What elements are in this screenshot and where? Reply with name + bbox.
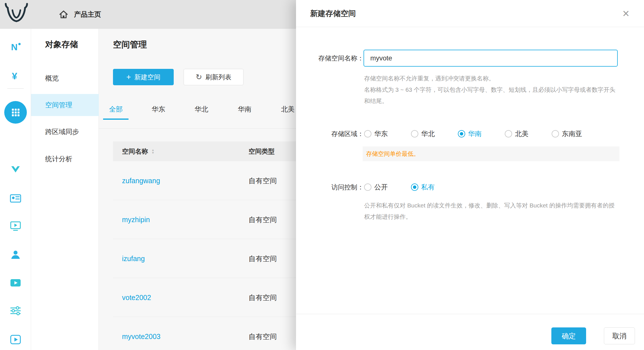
home-link[interactable]: 产品主页 [59,0,101,29]
create-bucket-drawer: 新建存储空间 × 存储空间名称： 存储空间名称不允许重复，遇到冲突请更换名称。 … [296,0,644,350]
sort-down-icon: ▼ [151,151,155,154]
tab-all[interactable]: 全部 [103,99,129,120]
space-type: 自有空间 [249,200,277,239]
region-radio-group: 华东 华北 华南 北美 东南亚 [364,126,582,141]
sort-icon[interactable]: ▲ ▼ [151,148,155,154]
account-card-icon[interactable] [9,192,22,205]
face-recognition-icon[interactable] [9,248,22,261]
access-label: 访问控制： [299,180,364,194]
sidebar-item-overview[interactable]: 概览 [31,67,99,89]
bucket-name-help: 存储空间名称不允许重复，遇到冲突请更换名称。 名称格式为 3 ~ 63 个字符，… [364,73,620,107]
sidebar-item-space-management[interactable]: 空间管理 [31,94,99,116]
region-price-note: 存储空间单价最低。 [363,146,619,161]
region-option-huadong[interactable]: 华东 [364,129,388,138]
region-label: 存储区域： [299,126,364,141]
home-icon [59,10,68,19]
refresh-icon: ↻ [196,73,202,81]
page-title: 空间管理 [113,39,147,51]
radio-icon [364,183,371,191]
radio-icon [552,130,559,137]
object-storage-icon[interactable] [4,101,27,124]
refresh-list-button[interactable]: ↻ 刷新列表 [184,69,243,85]
space-name-link[interactable]: izufang [122,239,145,278]
svg-text:¥: ¥ [12,71,17,81]
space-type: 自有空间 [249,278,277,317]
access-option-public[interactable]: 公开 [364,183,388,192]
app-root: 产品主页 N ¥ [0,0,644,350]
qiniu-logo[interactable] [5,3,28,25]
space-name-link[interactable]: myvote2003 [122,317,160,350]
new-space-button[interactable]: + 新建空间 [113,69,174,85]
region-option-huabei[interactable]: 华北 [411,129,435,138]
fusion-cdn-icon[interactable]: N [9,41,22,53]
home-label: 产品主页 [74,10,101,19]
access-option-private[interactable]: 私有 [411,183,435,192]
svg-text:N: N [11,42,18,52]
radio-selected-icon [411,183,418,191]
sidebar-item-statistics[interactable]: 统计分析 [31,148,99,170]
space-type: 自有空间 [249,161,277,200]
space-name-link[interactable]: vote2002 [122,278,151,317]
rail-divider [7,88,24,89]
object-storage-sidebar: 对象存储 概览 空间管理 跨区域同步 统计分析 [31,29,99,350]
video-icon[interactable] [9,277,22,289]
plus-icon: + [126,73,131,81]
sidebar-item-cross-region-sync[interactable]: 跨区域同步 [31,121,99,143]
confirm-button[interactable]: 确定 [551,327,586,344]
radio-selected-icon [458,130,465,137]
product-icon-rail: N ¥ [0,29,31,350]
region-option-huanan[interactable]: 华南 [458,129,482,138]
cancel-button[interactable]: 取消 [604,327,635,344]
tab-huanan[interactable]: 华南 [232,99,257,120]
space-name-link[interactable]: myzhipin [122,200,150,239]
data-processing-icon[interactable] [9,305,22,317]
refresh-label: 刷新列表 [205,73,231,82]
radio-icon [411,130,418,137]
media-tv-icon[interactable] [9,220,22,232]
region-option-beimei[interactable]: 北美 [505,129,528,138]
space-name-link[interactable]: zufangwang [122,161,160,200]
space-type: 自有空间 [249,239,277,278]
new-space-label: 新建空间 [134,73,160,82]
bucket-name-label: 存储空间名称： [299,50,364,67]
drawer-header: 新建存储空间 × [296,0,644,27]
column-header-space-name: 空间名称 ▲ ▼ [122,141,155,161]
sidebar-title: 对象存储 [45,39,78,50]
access-radio-group: 公开 私有 [364,180,435,194]
radio-icon [505,130,512,137]
pili-streaming-icon[interactable] [9,164,22,176]
finance-icon[interactable]: ¥ [9,70,22,82]
close-icon[interactable]: × [617,5,634,22]
space-type: 自有空间 [249,317,277,350]
bucket-name-input[interactable] [364,50,618,67]
drawer-footer: 确定 取消 [296,314,644,350]
radio-icon [364,130,371,137]
access-help: 公开和私有仅对 Bucket 的读文件生效，修改、删除、写入等对 Bucket … [364,200,620,222]
drawer-title: 新建存储空间 [310,0,356,27]
tab-huabei[interactable]: 华北 [189,99,214,120]
region-option-dongnanya[interactable]: 东南亚 [552,129,582,138]
tab-huadong[interactable]: 华东 [146,99,171,120]
player-icon[interactable] [9,333,22,346]
